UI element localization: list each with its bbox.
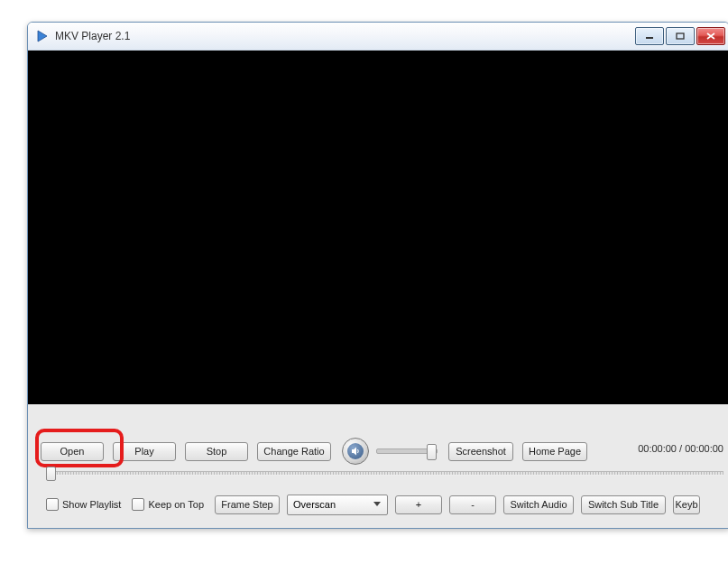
overscan-select[interactable]: Overscan xyxy=(287,495,388,515)
content-area: Open Play Stop Change Ratio S xyxy=(28,51,728,529)
close-button[interactable] xyxy=(696,27,725,45)
chevron-down-icon xyxy=(371,498,383,511)
controls-panel: Open Play Stop Change Ratio S xyxy=(35,409,728,529)
time-display: 00:00:00 / 00:00:00 xyxy=(638,443,723,454)
volume-slider[interactable] xyxy=(376,442,438,460)
volume-thumb[interactable] xyxy=(427,444,437,460)
app-window: MKV Player 2.1 Open Play Stop Change Rat… xyxy=(27,22,728,529)
window-title: MKV Player 2.1 xyxy=(55,30,130,42)
screenshot-button[interactable]: Screenshot xyxy=(448,442,513,461)
show-playlist-checkbox[interactable]: Show Playlist xyxy=(46,498,121,511)
frame-step-button[interactable]: Frame Step xyxy=(215,495,280,514)
seek-thumb[interactable] xyxy=(46,467,56,481)
switch-audio-button[interactable]: Switch Audio xyxy=(503,495,574,514)
time-total: 00:00:00 xyxy=(685,443,723,454)
switch-subtitle-button[interactable]: Switch Sub Title xyxy=(581,495,666,514)
main-controls-row: Open Play Stop Change Ratio S xyxy=(41,436,723,467)
title-bar[interactable]: MKV Player 2.1 xyxy=(28,23,728,51)
time-elapsed: 00:00:00 xyxy=(638,443,677,454)
open-button[interactable]: Open xyxy=(41,442,104,461)
overscan-minus-button[interactable]: - xyxy=(449,495,496,514)
stop-button[interactable]: Stop xyxy=(185,442,248,461)
mute-button[interactable] xyxy=(342,438,369,465)
minimize-button[interactable] xyxy=(635,27,664,45)
play-button[interactable]: Play xyxy=(113,442,176,461)
video-area[interactable] xyxy=(28,51,728,404)
change-ratio-button[interactable]: Change Ratio xyxy=(257,442,331,461)
svg-rect-1 xyxy=(677,33,684,39)
home-page-button[interactable]: Home Page xyxy=(522,442,587,461)
keyboard-button[interactable]: Keyb xyxy=(673,495,700,514)
overscan-plus-button[interactable]: + xyxy=(395,495,442,514)
app-icon xyxy=(35,29,50,43)
maximize-button[interactable] xyxy=(666,27,695,45)
seek-slider[interactable] xyxy=(46,467,723,479)
window-controls xyxy=(635,27,725,45)
options-row: Show Playlist Keep on Top Frame Step Ove… xyxy=(46,492,728,517)
keep-on-top-checkbox[interactable]: Keep on Top xyxy=(132,498,204,511)
